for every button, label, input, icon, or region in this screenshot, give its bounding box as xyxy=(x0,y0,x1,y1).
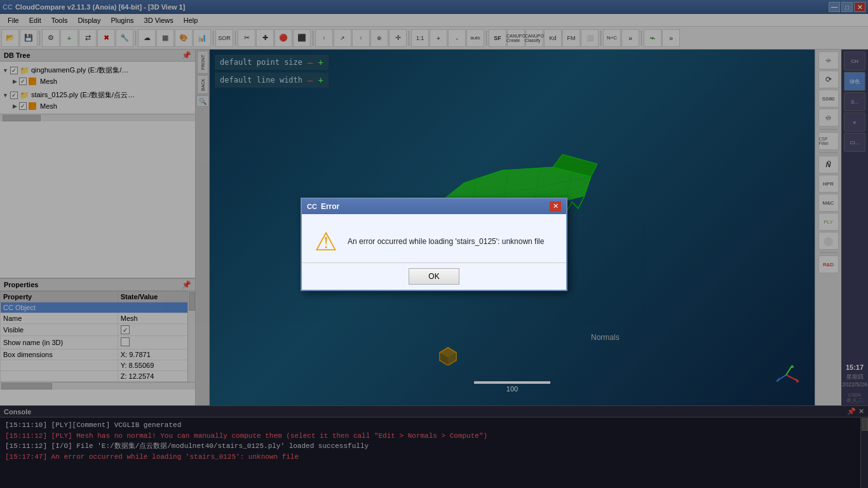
error-dialog-icon: CC xyxy=(307,203,317,210)
error-dialog-footer: OK xyxy=(302,262,566,290)
error-dialog-overlay: CC Error ✕ ⚠ An error occurred while loa… xyxy=(0,0,868,488)
error-dialog-title-left: CC Error xyxy=(307,202,339,211)
error-dialog-message: An error occurred while loading 'stairs_… xyxy=(348,237,544,246)
error-dialog-title-text: Error xyxy=(321,202,339,211)
error-dialog-body: ⚠ An error occurred while loading 'stair… xyxy=(302,214,566,262)
error-dialog-titlebar: CC Error ✕ xyxy=(302,199,566,214)
error-dialog-close-button[interactable]: ✕ xyxy=(550,201,561,212)
warning-icon: ⚠ xyxy=(315,227,337,256)
error-dialog: CC Error ✕ ⚠ An error occurred while loa… xyxy=(301,198,567,291)
ok-button[interactable]: OK xyxy=(409,268,459,285)
